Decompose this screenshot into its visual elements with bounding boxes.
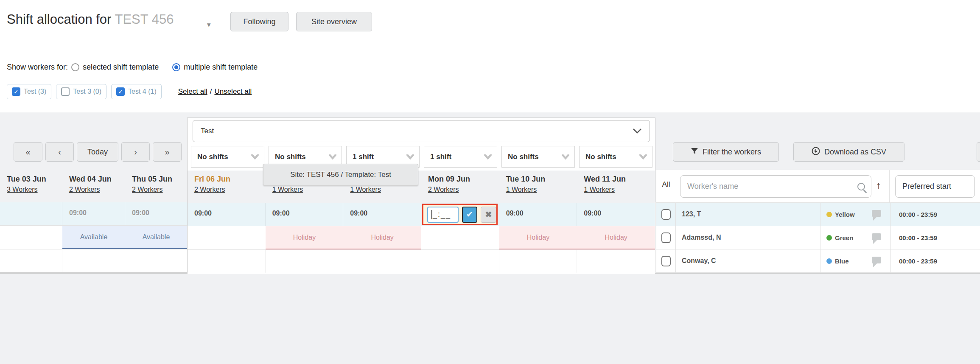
chip-test[interactable]: ✓ Test (3) [7, 84, 51, 99]
nav-first-button[interactable]: « [14, 142, 42, 162]
availability-cell-wed-11[interactable]: Holiday [577, 226, 655, 249]
comment-bubble-icon[interactable] [872, 210, 881, 217]
time-input[interactable]: _:__ [427, 207, 459, 223]
shift-dropdown-mon-09[interactable]: 1 shift [424, 146, 497, 168]
availability-cell-thu-05[interactable]: Available [125, 226, 187, 249]
chip-test-3[interactable]: Test 3 (0) [56, 84, 106, 99]
shift-cell-wed-04[interactable]: 09:00 [62, 202, 125, 225]
unselect-all-link[interactable]: Unselect all [214, 87, 252, 95]
shift-cell-sun-08[interactable]: 09:00 [343, 203, 421, 226]
availability-row-panel: Holiday Holiday Holiday Holiday [188, 226, 655, 250]
shift-time: 09:00 [125, 202, 187, 217]
all-column-label: All [656, 180, 676, 189]
day-workers-link[interactable]: 2 Workers [69, 186, 100, 193]
empty-cell[interactable] [125, 249, 187, 272]
chevron-down-icon [329, 154, 336, 160]
radio-icon[interactable] [71, 63, 79, 71]
radio-selected-shift-template[interactable]: selected shift template [71, 63, 159, 72]
worker-color-cell: Yellow [820, 203, 891, 226]
select-all-link[interactable]: Select all [178, 87, 207, 95]
preferred-start-dropdown[interactable]: Preferred start [895, 175, 975, 198]
shift-time: 09:00 [343, 203, 421, 217]
shift-cell-mon-09-editing: _:__ ✔ ✖ [421, 203, 499, 226]
comment-bubble-icon[interactable] [872, 257, 881, 263]
shift-cell-tue-10[interactable]: 09:00 [499, 203, 577, 226]
nav-prev-button[interactable]: ‹ [45, 142, 74, 162]
left-day-headers: Tue 03 Jun 3 Workers Wed 04 Jun 2 Worker… [0, 171, 187, 202]
cancel-shift-button[interactable]: ✖ [481, 207, 496, 223]
shift-dropdown-tue-10[interactable]: No shifts [501, 146, 575, 168]
worker-checkbox[interactable] [661, 232, 671, 243]
comment-bubble-icon[interactable] [872, 233, 881, 240]
nav-next-button[interactable]: › [121, 142, 150, 162]
holiday-tag: Holiday [499, 226, 577, 249]
availability-cell-sat-07[interactable]: Holiday [266, 226, 344, 249]
chip-label: Test 3 (0) [73, 88, 101, 95]
day-workers-link[interactable]: 2 Workers [428, 186, 459, 193]
shift-cell-thu-05[interactable]: 09:00 [125, 202, 187, 225]
day-workers-link[interactable]: 1 Workers [584, 186, 615, 193]
color-label: Blue [835, 258, 849, 265]
nav-today-button[interactable]: Today [77, 142, 118, 162]
shift-time: 09:00 [188, 203, 265, 217]
empty-cell[interactable] [343, 250, 421, 273]
worker-search-box[interactable] [680, 175, 871, 198]
availability-cell-wed-04[interactable]: Available [62, 226, 125, 249]
radio-multiple-shift-template[interactable]: multiple shift template [172, 63, 258, 72]
shift-cell-fri-06[interactable]: 09:00 [188, 203, 266, 226]
availability-cell-mon-09[interactable] [421, 226, 499, 249]
shift-dropdown-value: No shifts [197, 153, 228, 161]
shift-edit-cell: _:__ ✔ ✖ [422, 204, 498, 225]
funnel-icon [691, 147, 698, 157]
day-workers-link[interactable]: 1 Workers [506, 186, 537, 193]
day-workers-link[interactable]: 1 Workers [272, 186, 303, 193]
empty-cell[interactable] [0, 249, 62, 272]
checkbox-checked-icon[interactable]: ✓ [12, 87, 20, 96]
empty-cell[interactable] [421, 250, 499, 273]
radio-icon-selected[interactable] [172, 63, 180, 71]
calendar-panel: Test No shifts No shifts 1 shift 1 shift [187, 118, 655, 274]
day-workers-link[interactable]: 2 Workers [194, 186, 225, 193]
workers-panel-header: All ↑ Preferred start [656, 170, 980, 203]
availability-cell-sun-08[interactable]: Holiday [343, 226, 421, 249]
chevron-down-icon [633, 128, 642, 134]
worker-checkbox[interactable] [661, 256, 671, 266]
shift-cell-tue-03[interactable] [0, 202, 62, 225]
partial-button-right-edge[interactable] [977, 142, 980, 162]
day-workers-link[interactable]: 2 Workers [132, 186, 163, 193]
worker-color-cell: Blue [820, 249, 891, 272]
sort-ascending-icon[interactable]: ↑ [876, 179, 881, 191]
shift-cell-wed-11[interactable]: 09:00 [577, 203, 655, 226]
nav-last-button[interactable]: » [153, 142, 182, 162]
time-input-mask: _:__ [433, 210, 451, 219]
times-row-left: 09:00 09:00 [0, 202, 187, 226]
day-workers-link[interactable]: 1 Workers [350, 186, 381, 193]
empty-cell[interactable] [62, 249, 125, 272]
empty-cell[interactable] [266, 250, 344, 273]
filter-workers-button[interactable]: Filter the workers [673, 142, 779, 162]
worker-row: Adamssd, N Green 00:00 - 23:59 [656, 226, 980, 249]
worker-search-input[interactable] [687, 182, 857, 191]
availability-cell-tue-10[interactable]: Holiday [499, 226, 577, 249]
empty-cell[interactable] [188, 250, 266, 273]
confirm-shift-button[interactable]: ✔ [462, 207, 478, 223]
empty-cell[interactable] [499, 250, 577, 273]
shift-dropdown-wed-11[interactable]: No shifts [579, 146, 652, 168]
shift-dropdown-fri-06[interactable]: No shifts [191, 146, 264, 168]
template-select[interactable]: Test [193, 120, 650, 142]
worker-checkbox[interactable] [661, 209, 671, 220]
shift-cell-sat-07[interactable]: 09:00 [266, 203, 344, 226]
empty-cell[interactable] [577, 250, 655, 273]
checkbox-unchecked-icon[interactable] [61, 87, 70, 96]
following-button[interactable]: Following [230, 12, 288, 31]
day-workers-link[interactable]: 3 Workers [7, 186, 38, 193]
day-header-tue-10: Tue 10 Jun 1 Workers [499, 171, 577, 203]
availability-cell-fri-06[interactable] [188, 226, 266, 249]
checkbox-checked-icon[interactable]: ✓ [116, 87, 125, 96]
download-csv-button[interactable]: Download as CSV [793, 142, 904, 162]
chevron-down-icon [562, 154, 569, 160]
chip-test-4[interactable]: ✓ Test 4 (1) [111, 84, 162, 99]
site-dropdown-caret-icon[interactable]: ▾ [207, 20, 211, 29]
availability-cell-tue-03[interactable] [0, 226, 62, 249]
site-overview-button[interactable]: Site overview [296, 12, 372, 31]
